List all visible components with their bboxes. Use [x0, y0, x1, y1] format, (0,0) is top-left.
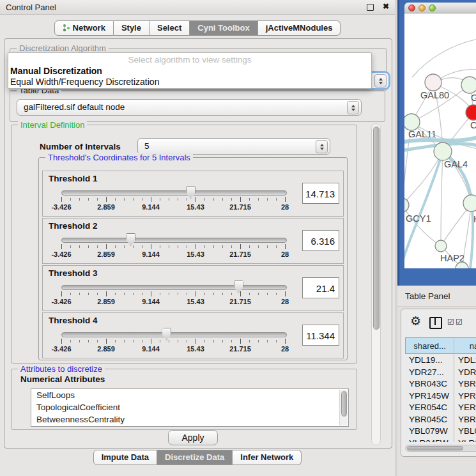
cell-shared-name[interactable]: YLR345W — [409, 438, 449, 443]
table-hscrollbar[interactable] — [405, 445, 476, 452]
tab-jactivemnodules[interactable]: jActiveMNodules — [258, 20, 341, 36]
float-window-icon[interactable] — [367, 4, 374, 11]
numerical-attributes-label: Numerical Attributes — [20, 374, 105, 384]
attributes-scrollbar[interactable] — [339, 390, 348, 426]
tick — [222, 293, 223, 295]
tick — [88, 340, 89, 342]
threshold-2-value-field[interactable]: 6.316 — [302, 230, 339, 251]
tick — [258, 293, 259, 295]
tick — [276, 293, 277, 295]
panel-scrollbar[interactable] — [371, 123, 381, 445]
tab-select[interactable]: Select — [150, 20, 190, 36]
attribute-item-topologicalcoefficient[interactable]: TopologicalCoefficient — [31, 401, 348, 413]
tick — [231, 293, 232, 295]
table-data-combobox[interactable]: galFiltered.sif default node — [17, 99, 362, 116]
cell-shared-name[interactable]: YER054C — [409, 403, 447, 412]
cell-shared-name[interactable]: YBR045C — [409, 415, 447, 424]
tick — [115, 340, 116, 342]
threshold-2-slider-track[interactable] — [61, 238, 287, 243]
tick — [151, 291, 151, 296]
cell-name[interactable]: YBR0 — [458, 415, 476, 424]
cell-name[interactable]: YER0 — [458, 403, 476, 412]
algorithm-option-equal-width-frequency-discretization[interactable]: Equal Width/Frequency Discretization — [10, 77, 159, 87]
table-row[interactable]: YLR345WYLR3 — [405, 438, 476, 443]
tick-label: 15.43 — [187, 345, 204, 353]
tick — [160, 340, 160, 342]
cyni-toolbox-panel: Discretization Algorithm Table Data galF… — [4, 38, 392, 449]
tick-label: 9.144 — [142, 345, 160, 353]
split-columns-icon[interactable] — [429, 317, 442, 329]
checkbox-checked-icon[interactable]: ☑ — [447, 318, 454, 326]
tick — [267, 293, 268, 295]
cell-name[interactable]: YLR3 — [458, 438, 476, 443]
table-row[interactable]: YPR145WYPR1 — [405, 391, 476, 403]
table-row[interactable]: YBR043CYBR0 — [405, 379, 476, 391]
node-label-gal: GAL — [471, 93, 476, 103]
tick — [240, 339, 241, 344]
threshold-label: Threshold 2 — [49, 221, 98, 231]
gcy1-node[interactable] — [404, 198, 409, 212]
tick — [106, 291, 107, 296]
threshold-3-slider-track[interactable] — [61, 285, 287, 290]
cell-name[interactable]: YDR2 — [458, 367, 476, 377]
threshold-1-value-field[interactable]: 14.713 — [302, 183, 339, 204]
threshold-1-slider-track[interactable] — [61, 190, 287, 196]
tick — [213, 198, 214, 201]
combo-stepper[interactable] — [374, 74, 387, 88]
apply-button[interactable]: Apply — [168, 430, 218, 445]
tick-label: 15.43 — [187, 203, 204, 211]
cell-shared-name[interactable]: YDR27... — [409, 367, 444, 377]
gal80-node[interactable] — [425, 74, 441, 91]
cell-name[interactable]: YPR1 — [458, 391, 476, 401]
table-row[interactable]: YER054CYER0 — [405, 403, 476, 415]
attribute-item-betweennesscentrality[interactable]: BetweennessCentrality — [31, 413, 348, 426]
tab-network[interactable]: Network — [54, 20, 114, 36]
tick — [204, 198, 205, 201]
panel-scrollbar-thumb[interactable] — [373, 127, 380, 330]
cell-shared-name[interactable]: YDL19... — [409, 355, 443, 365]
table-row[interactable]: YDR27...YDR2 — [405, 367, 476, 380]
algorithm-option-manual-discretization[interactable]: Manual Discretization — [10, 66, 102, 76]
column-header-shared-name[interactable]: shared... — [405, 337, 454, 354]
close-icon[interactable]: ✖ — [383, 2, 389, 11]
gear-icon[interactable]: ⚙ — [410, 315, 421, 327]
tick — [169, 198, 169, 201]
attributes-scrollbar-thumb[interactable] — [341, 391, 347, 417]
table-row[interactable]: YBR045CYBR0 — [405, 415, 476, 427]
threshold-label: Threshold 4 — [49, 316, 98, 325]
table-row[interactable]: YDL19...YDL1 — [405, 355, 476, 367]
minimize-traffic-light[interactable] — [418, 4, 426, 12]
cell-name[interactable]: YBR0 — [458, 379, 476, 388]
network-canvas[interactable]: GAL80GALCGAL11GAL4GCY1HHAP2 — [404, 13, 476, 268]
gal4-node[interactable] — [434, 142, 452, 160]
checkbox-checked-icon[interactable]: ☑ — [456, 318, 463, 326]
red-node[interactable] — [466, 105, 476, 120]
threshold-4-slider-track[interactable] — [61, 332, 287, 337]
tab-cyni-toolbox[interactable]: Cyni Toolbox — [190, 20, 257, 36]
table-row[interactable]: YBL079WYBL0 — [405, 426, 476, 438]
cell-shared-name[interactable]: YBR043C — [409, 379, 447, 388]
tab-infer-network[interactable]: Infer Network — [233, 450, 302, 465]
tab-impute-data[interactable]: Impute Data — [93, 450, 157, 465]
tick — [106, 339, 107, 344]
close-traffic-light[interactable] — [408, 4, 415, 12]
tab-discretize-data[interactable]: Discretize Data — [157, 450, 233, 465]
zoom-traffic-light[interactable] — [429, 4, 436, 12]
cell-name[interactable]: YBL0 — [458, 426, 476, 436]
gal11-node[interactable] — [404, 114, 420, 130]
combo-stepper[interactable] — [347, 101, 359, 114]
cell-name[interactable]: YDL1 — [458, 355, 476, 365]
hap2-node[interactable] — [435, 240, 447, 252]
column-header-name[interactable]: na — [454, 337, 476, 354]
algorithm-group-title: Discretization Algorithm — [17, 43, 109, 53]
h-node[interactable] — [463, 195, 476, 211]
combo-stepper[interactable] — [316, 140, 328, 153]
cell-shared-name[interactable]: YBL079W — [409, 426, 448, 436]
attribute-item-selfloops[interactable]: SelfLoops — [31, 389, 348, 401]
cell-shared-name[interactable]: YPR145W — [409, 391, 449, 401]
threshold-4-value-field[interactable]: 11.344 — [302, 325, 339, 346]
tab-style[interactable]: Style — [114, 20, 150, 36]
top-right-node[interactable] — [461, 77, 476, 93]
table-hscrollbar-thumb[interactable] — [407, 446, 463, 450]
threshold-3-value-field[interactable]: 21.4 — [302, 277, 339, 298]
